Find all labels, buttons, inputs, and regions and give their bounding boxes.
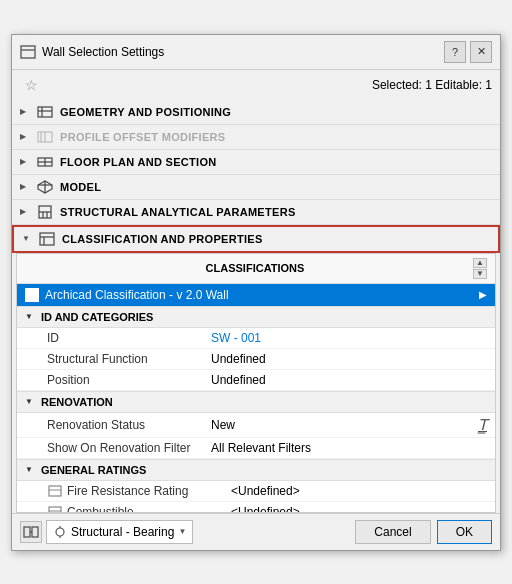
svg-rect-29 <box>24 527 30 537</box>
prop-group-renovation-title: RENOVATION <box>41 396 113 408</box>
prop-group-general-ratings[interactable]: ▼ GENERAL RATINGS <box>17 459 495 481</box>
svg-rect-18 <box>40 233 54 245</box>
prop-name-structural-fn: Structural Function <box>47 352 207 366</box>
prop-value-structural-fn[interactable]: Undefined <box>211 352 487 366</box>
prop-value-position[interactable]: Undefined <box>211 373 487 387</box>
section-structural[interactable]: ▶ STRUCTURAL ANALYTICAL PARAMETERS <box>12 200 500 225</box>
prop-name-id: ID <box>47 331 207 345</box>
structural-bearing-dropdown[interactable]: Structural - Bearing ▼ <box>46 520 193 544</box>
inner-content: CLASSIFICATIONS ▲ ▼ ✓ Archicad Classific… <box>16 253 496 513</box>
section-label-model: MODEL <box>60 181 101 193</box>
section-label-floor: FLOOR PLAN AND SECTION <box>60 156 217 168</box>
prop-name-reno-filter: Show On Renovation Filter <box>47 441 207 455</box>
geometry-icon <box>36 105 54 119</box>
prop-value-combustible[interactable]: <Undefined> <box>231 505 487 513</box>
svg-rect-2 <box>38 107 52 117</box>
prop-value-reno-filter[interactable]: All Relevant Filters <box>211 441 487 455</box>
svg-point-32 <box>56 528 64 536</box>
classification-item-archicad[interactable]: ✓ Archicad Classification - v 2.0 Wall ▶ <box>17 284 495 306</box>
prop-row-reno-filter: Show On Renovation Filter All Relevant F… <box>17 438 495 459</box>
dialog-icon <box>20 45 36 59</box>
prop-value-reno-status[interactable]: New <box>211 418 474 432</box>
structural-icon <box>36 205 54 219</box>
ok-button[interactable]: OK <box>437 520 492 544</box>
prop-value-id[interactable]: SW - 001 <box>211 331 487 345</box>
expand-arrow-profile: ▶ <box>20 132 30 141</box>
classification-checkbox[interactable]: ✓ <box>25 288 39 302</box>
prop-group-ratings-title: GENERAL RATINGS <box>41 464 146 476</box>
prop-row-structural-fn: Structural Function Undefined <box>17 349 495 370</box>
prop-value-fire[interactable]: <Undefined> <box>231 484 487 498</box>
classifications-title: CLASSIFICATIONS <box>37 262 473 274</box>
fire-rating-icon <box>47 484 63 498</box>
profile-icon <box>36 130 54 144</box>
toolbar-row: ☆ Selected: 1 Editable: 1 <box>12 70 500 100</box>
section-classification[interactable]: ▼ CLASSIFICATION AND PROPERTIES <box>12 225 500 253</box>
expand-arrow-model: ▶ <box>20 182 30 191</box>
section-label-profile: PROFILE OFFSET MODIFIERS <box>60 131 225 143</box>
bottom-bar: Structural - Bearing ▼ Cancel OK <box>12 513 500 550</box>
classifications-header: CLASSIFICATIONS ▲ ▼ <box>17 254 495 284</box>
expand-arrow-classification: ▼ <box>22 234 32 243</box>
prop-group-renovation[interactable]: ▼ RENOVATION <box>17 391 495 413</box>
favorite-button[interactable]: ☆ <box>20 74 42 96</box>
combustible-icon <box>47 505 63 513</box>
svg-rect-30 <box>32 527 38 537</box>
prop-row-combustible: Combustible <Undefined> <box>17 502 495 513</box>
prop-row-id: ID SW - 001 <box>17 328 495 349</box>
bottom-left: Structural - Bearing ▼ <box>20 520 349 544</box>
help-button[interactable]: ? <box>444 41 466 63</box>
dialog: Wall Selection Settings ? ✕ ☆ Selected: … <box>11 34 501 551</box>
prop-name-position: Position <box>47 373 207 387</box>
section-label-geometry: GEOMETRY AND POSITIONING <box>60 106 231 118</box>
dropdown-label: Structural - Bearing <box>71 525 174 539</box>
prop-row-fire: Fire Resistance Rating <Undefined> <box>17 481 495 502</box>
bottom-icon-button[interactable] <box>20 521 42 543</box>
section-model[interactable]: ▶ MODEL <box>12 175 500 200</box>
expand-arrow-structural: ▶ <box>20 207 30 216</box>
classification-item-label: Archicad Classification - v 2.0 Wall <box>45 288 473 302</box>
cancel-button[interactable]: Cancel <box>355 520 430 544</box>
prop-row-position: Position Undefined <box>17 370 495 391</box>
prop-row-reno-status: Renovation Status New T̲ <box>17 413 495 438</box>
section-profile[interactable]: ▶ PROFILE OFFSET MODIFIERS <box>12 125 500 150</box>
section-geometry[interactable]: ▶ GEOMETRY AND POSITIONING <box>12 100 500 125</box>
floor-icon <box>36 155 54 169</box>
svg-rect-21 <box>49 486 61 496</box>
title-bar: Wall Selection Settings ? ✕ <box>12 35 500 70</box>
prop-name-reno-status: Renovation Status <box>47 418 207 432</box>
dialog-title: Wall Selection Settings <box>42 45 164 59</box>
expand-renovation-arrow: ▼ <box>25 397 35 406</box>
expand-ratings-arrow: ▼ <box>25 465 35 474</box>
close-button[interactable]: ✕ <box>470 41 492 63</box>
scroll-arrows: ▲ ▼ <box>473 258 487 279</box>
prop-group-id-title: ID AND CATEGORIES <box>41 311 153 323</box>
prop-name-combustible: Combustible <box>67 505 227 513</box>
prop-name-fire: Fire Resistance Rating <box>67 484 227 498</box>
selected-info: Selected: 1 Editable: 1 <box>372 78 492 92</box>
svg-rect-23 <box>49 507 61 513</box>
dropdown-arrow-icon: ▼ <box>178 527 186 536</box>
content-area: ▶ GEOMETRY AND POSITIONING ▶ PROFILE <box>12 100 500 513</box>
svg-rect-0 <box>21 46 35 58</box>
model-icon <box>36 180 54 194</box>
bottom-right: Cancel OK <box>355 520 492 544</box>
expand-arrow-geometry: ▶ <box>20 107 30 116</box>
scroll-up-button[interactable]: ▲ <box>473 258 487 268</box>
section-floor[interactable]: ▶ FLOOR PLAN AND SECTION <box>12 150 500 175</box>
classification-item-arrow: ▶ <box>479 289 487 300</box>
renovation-text-icon: T̲ <box>478 416 487 434</box>
section-label-classification: CLASSIFICATION AND PROPERTIES <box>62 233 263 245</box>
prop-group-id-categories[interactable]: ▼ ID AND CATEGORIES <box>17 306 495 328</box>
classification-icon <box>38 232 56 246</box>
expand-arrow-floor: ▶ <box>20 157 30 166</box>
scroll-down-button[interactable]: ▼ <box>473 269 487 279</box>
section-label-structural: STRUCTURAL ANALYTICAL PARAMETERS <box>60 206 296 218</box>
expand-id-arrow: ▼ <box>25 312 35 321</box>
